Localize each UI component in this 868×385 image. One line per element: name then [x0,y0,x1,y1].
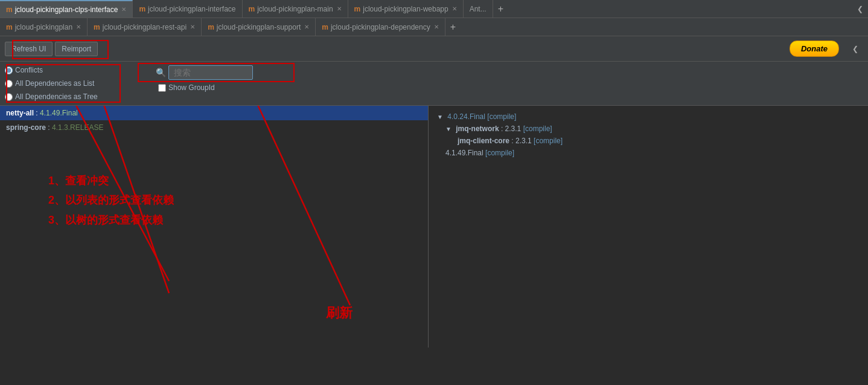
view-options-bar: Conflicts All Dependencies as List All D… [0,62,868,106]
m-icon-rest: m [94,23,100,31]
m-icon-interface: m [139,5,145,13]
close-tab-main[interactable]: ✕ [337,5,342,12]
m-icon-dep: m [322,23,328,31]
close-tab-clps[interactable]: ✕ [121,6,126,13]
tab-ant[interactable]: Ant... [464,0,493,18]
toolbar: Refresh UI Reimport Donate ❮ [0,36,868,62]
reimport-button[interactable]: Reimport [55,42,98,56]
annotation-area: 1、查看冲突 2、以列表的形式查看依赖 3、以树的形式查看依赖 [0,135,428,242]
annotation-line-3: 3、以树的形式查看依赖 [48,210,410,230]
main-wrapper: m jcloud-pickingplan-clps-interface ✕ m … [0,0,868,348]
tab-jcloud-interface[interactable]: m jcloud-pickingplan-interface [133,0,242,18]
all-list-radio-label[interactable]: All Dependencies as List [5,79,126,88]
all-tree-radio-label[interactable]: All Dependencies as Tree [5,92,126,102]
close-tab-dep[interactable]: ✕ [434,24,439,30]
add-tab-button[interactable]: + [493,4,508,15]
refresh-button[interactable]: Refresh UI [5,42,53,56]
tree-jmq-network[interactable]: ▼ jmq-network : 2.3.1 [compile] [433,123,863,135]
list-item-netty[interactable]: netty-all : 4.1.49.Final [0,106,428,120]
close-tab-webapp[interactable]: ✕ [452,5,457,12]
tab-jcloud-support[interactable]: m jcloud-pickingplan-support ✕ [202,18,316,36]
search-icon-button[interactable]: 🔍 [156,68,166,77]
conflicts-label: Conflicts [15,66,43,74]
annotation-line-1: 1、查看冲突 [48,171,410,190]
tab-jcloud-webapp[interactable]: m jcloud-pickingplan-webapp ✕ [348,0,464,18]
annotation-text: 1、查看冲突 2、以列表的形式查看依赖 3、以树的形式查看依赖 [48,171,410,230]
show-groupid-text: Show GroupId [168,83,215,92]
close-tab-rest[interactable]: ✕ [190,24,195,30]
m-icon-main: m [249,5,255,13]
bottom-tab-bar: m jcloud-pickingplan ✕ m jcloud-pickingp… [0,18,868,36]
tree-root: ▼ 4.0.24.Final [compile] [433,111,863,123]
all-tree-label: All Dependencies as Tree [15,92,98,101]
donate-button[interactable]: Donate [790,40,839,57]
tree-version-leaf: 4.1.49.Final [compile] [433,147,863,159]
main-content: netty-all : 4.1.49.Final spring-core : 4… [0,106,868,348]
collapse-button[interactable]: ❮ [852,5,868,13]
close-tab-plan[interactable]: ✕ [76,24,81,30]
m-icon-clps: m [6,5,13,14]
conflicts-radio[interactable] [5,66,13,74]
all-list-radio[interactable] [5,80,13,88]
tab-jcloud-clps[interactable]: m jcloud-pickingplan-clps-interface ✕ [0,0,133,18]
conflicts-radio-label[interactable]: Conflicts [5,65,126,75]
all-tree-radio[interactable] [5,93,13,101]
all-list-label: All Dependencies as List [15,79,94,88]
top-tab-bar: m jcloud-pickingplan-clps-interface ✕ m … [0,0,868,18]
tab-jcloud-main[interactable]: m jcloud-pickingplan-main ✕ [243,0,348,18]
tab-jcloud-dep[interactable]: m jcloud-pickingplan-dependency ✕ [316,18,445,36]
right-panel: ▼ 4.0.24.Final [compile] ▼ jmq-network :… [429,106,868,348]
show-groupid-label[interactable]: Show GroupId [158,83,253,92]
search-input[interactable] [168,65,253,80]
right-collapse-button[interactable]: ❮ [847,45,863,53]
left-panel: netty-all : 4.1.49.Final spring-core : 4… [0,106,429,348]
tab-jcloud-plan[interactable]: m jcloud-pickingplan ✕ [0,18,88,36]
m-icon-support: m [208,23,214,31]
close-tab-support[interactable]: ✕ [304,24,309,30]
m-icon-plan: m [6,23,13,31]
triangle-icon: ▼ [437,114,443,120]
triangle-jmq-icon: ▼ [445,126,452,132]
list-item-spring-core[interactable]: spring-core : 4.1.3.RELEASE [0,120,428,135]
tree-jmq-client-core[interactable]: jmq-client-core : 2.3.1 [compile] [433,135,863,147]
m-icon-webapp: m [354,5,361,13]
tab-jcloud-rest[interactable]: m jcloud-pickingplan-rest-api ✕ [88,18,202,36]
annotation-line-2: 2、以列表的形式查看依赖 [48,190,410,210]
show-groupid-checkbox[interactable] [158,84,166,92]
add-bottom-tab-button[interactable]: + [445,22,461,33]
